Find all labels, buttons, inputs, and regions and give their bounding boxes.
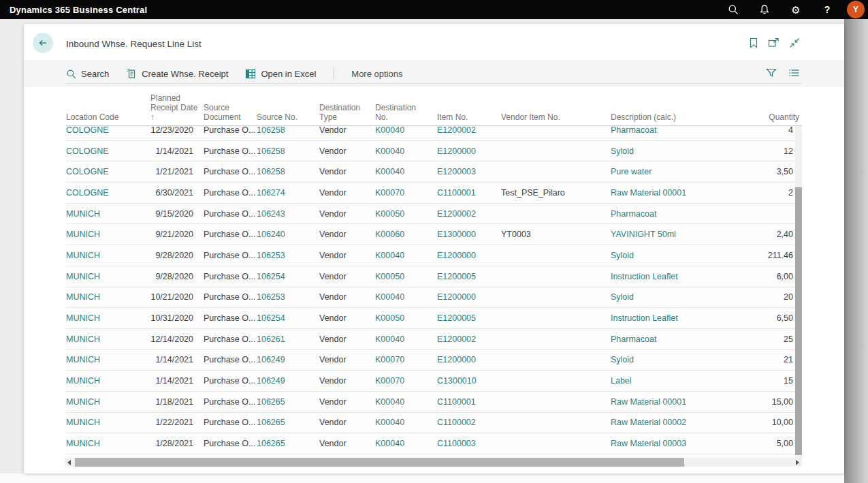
- table-row[interactable]: MUNICH1/14/2021Purchase O...106249Vendor…: [66, 350, 802, 371]
- column-header-planned-receipt-date[interactable]: Planned Receipt Date ↑: [150, 93, 204, 125]
- cell-item-no[interactable]: C1100001: [437, 397, 501, 407]
- cell-source-no[interactable]: 106261: [257, 334, 319, 344]
- cell-destination-no[interactable]: K00060: [375, 230, 437, 239]
- column-header-vendor-item-no[interactable]: Vendor Item No.: [501, 112, 611, 125]
- column-header-item-no[interactable]: Item No.: [437, 112, 501, 125]
- cell-source-no[interactable]: 106265: [257, 397, 319, 407]
- h-scroll-left-arrow[interactable]: [65, 458, 74, 467]
- cell-location-code[interactable]: MUNICH: [66, 418, 150, 427]
- cell-description[interactable]: Pharmacoat: [611, 334, 741, 344]
- cell-destination-no[interactable]: K00040: [375, 397, 437, 407]
- cell-location-code[interactable]: MUNICH: [66, 292, 150, 302]
- cell-location-code[interactable]: MUNICH: [66, 251, 150, 260]
- cell-location-code[interactable]: MUNICH: [66, 439, 150, 448]
- table-row[interactable]: MUNICH9/21/2020Purchase O...106240Vendor…: [66, 224, 802, 245]
- cell-source-no[interactable]: 106258: [257, 167, 319, 176]
- cell-item-no[interactable]: C1100002: [437, 418, 501, 427]
- table-row[interactable]: MUNICH9/28/2020Purchase O...106254Vendor…: [66, 266, 802, 287]
- cell-source-no[interactable]: 106258: [257, 146, 319, 156]
- cell-item-no[interactable]: E1200000: [437, 146, 501, 156]
- table-row[interactable]: MUNICH10/31/2020Purchase O...106254Vendo…: [66, 308, 802, 329]
- cell-description[interactable]: Raw Material 00001: [611, 188, 741, 198]
- cell-description[interactable]: Instruction Leaflet: [611, 313, 741, 323]
- cell-destination-no[interactable]: K00050: [375, 209, 437, 219]
- more-options-action[interactable]: More options: [351, 69, 402, 79]
- column-header-source-document[interactable]: Source Document: [204, 103, 257, 125]
- notifications-icon[interactable]: [749, 0, 780, 19]
- cell-destination-no[interactable]: K00040: [375, 251, 437, 260]
- cell-location-code[interactable]: MUNICH: [66, 334, 150, 344]
- column-header-quantity[interactable]: Quantity: [741, 112, 801, 125]
- cell-destination-no[interactable]: K00050: [375, 313, 437, 323]
- cell-description[interactable]: Raw Material 00001: [611, 397, 741, 407]
- create-whse-receipt-action[interactable]: Create Whse. Receipt: [126, 68, 228, 79]
- cell-item-no[interactable]: E1200003: [437, 167, 501, 176]
- choose-columns-icon[interactable]: [788, 67, 800, 79]
- cell-item-no[interactable]: E1200002: [437, 334, 501, 344]
- column-header-destination-no[interactable]: Destination No.: [375, 103, 437, 125]
- cell-description[interactable]: Raw Material 00002: [611, 418, 741, 427]
- table-row[interactable]: MUNICH1/18/2021Purchase O...106265Vendor…: [66, 392, 802, 413]
- cell-description[interactable]: Syloid: [611, 292, 741, 302]
- cell-location-code[interactable]: MUNICH: [66, 376, 150, 386]
- cell-description[interactable]: Syloid: [611, 355, 741, 364]
- open-in-excel-action[interactable]: Open in Excel: [245, 69, 316, 79]
- cell-location-code[interactable]: MUNICH: [66, 272, 150, 281]
- cell-item-no[interactable]: E1200002: [437, 126, 501, 135]
- cell-source-no[interactable]: 106253: [257, 251, 319, 260]
- cell-item-no[interactable]: E1200005: [437, 313, 501, 323]
- table-row[interactable]: COLOGNE12/23/2020Purchase O...106258Vend…: [66, 126, 802, 141]
- cell-item-no[interactable]: C1100001: [437, 188, 501, 198]
- table-row[interactable]: MUNICH12/14/2020Purchase O...106261Vendo…: [66, 329, 802, 350]
- column-header-description[interactable]: Description (calc.): [611, 112, 741, 125]
- cell-location-code[interactable]: COLOGNE: [66, 167, 150, 176]
- table-row[interactable]: COLOGNE6/30/2021Purchase O...106274Vendo…: [66, 183, 802, 204]
- table-row[interactable]: MUNICH1/22/2021Purchase O...106265Vendor…: [66, 413, 802, 434]
- search-action[interactable]: Search: [66, 69, 109, 79]
- cell-destination-no[interactable]: K00040: [375, 292, 437, 302]
- cell-source-no[interactable]: 106265: [257, 439, 319, 448]
- cell-destination-no[interactable]: K00040: [375, 146, 437, 156]
- cell-source-no[interactable]: 106253: [257, 292, 319, 302]
- column-header-location-code[interactable]: Location Code: [66, 112, 150, 125]
- cell-destination-no[interactable]: K00070: [375, 188, 437, 198]
- cell-destination-no[interactable]: K00040: [375, 418, 437, 427]
- collapse-icon[interactable]: [788, 37, 800, 48]
- table-row[interactable]: MUNICH9/28/2020Purchase O...106253Vendor…: [66, 245, 802, 266]
- table-row[interactable]: MUNICH10/21/2020Purchase O...106253Vendo…: [66, 287, 802, 309]
- cell-description[interactable]: Raw Material 00003: [611, 439, 741, 448]
- filter-icon[interactable]: [765, 67, 777, 79]
- cell-source-no[interactable]: 106249: [257, 376, 319, 386]
- cell-destination-no[interactable]: K00070: [375, 355, 437, 364]
- cell-source-no[interactable]: 106258: [257, 126, 319, 135]
- cell-description[interactable]: Syloid: [611, 251, 741, 260]
- table-row[interactable]: COLOGNE1/14/2021Purchase O...106258Vendo…: [66, 141, 802, 162]
- cell-description[interactable]: Pure water: [611, 167, 741, 176]
- table-row[interactable]: MUNICH1/14/2021Purchase O...106249Vendor…: [66, 371, 802, 392]
- cell-destination-no[interactable]: K00040: [375, 334, 437, 344]
- table-row[interactable]: MUNICH1/28/2021Purchase O...106265Vendor…: [66, 433, 802, 454]
- back-button[interactable]: [33, 33, 53, 53]
- cell-source-no[interactable]: 106265: [257, 418, 319, 427]
- cell-location-code[interactable]: MUNICH: [66, 397, 150, 407]
- horizontal-scrollbar[interactable]: [65, 458, 802, 467]
- h-scroll-right-arrow[interactable]: [793, 458, 802, 467]
- cell-destination-no[interactable]: K00070: [375, 376, 437, 386]
- cell-description[interactable]: Instruction Leaflet: [611, 272, 741, 281]
- cell-location-code[interactable]: MUNICH: [66, 313, 150, 323]
- cell-location-code[interactable]: MUNICH: [66, 209, 150, 219]
- cell-location-code[interactable]: COLOGNE: [66, 188, 150, 198]
- table-row[interactable]: COLOGNE1/21/2021Purchase O...106258Vendo…: [66, 161, 802, 183]
- bookmark-icon[interactable]: [748, 37, 759, 48]
- cell-description[interactable]: Pharmacoat: [611, 209, 741, 219]
- cell-source-no[interactable]: 106243: [257, 209, 319, 219]
- table-row[interactable]: MUNICH9/15/2020Purchase O...106243Vendor…: [66, 204, 802, 225]
- open-in-new-icon[interactable]: [768, 37, 779, 48]
- column-header-source-no[interactable]: Source No.: [257, 112, 319, 125]
- cell-destination-no[interactable]: K00040: [375, 126, 437, 135]
- cell-source-no[interactable]: 106240: [257, 230, 319, 239]
- search-icon[interactable]: [718, 0, 749, 19]
- cell-description[interactable]: Pharmacoat: [611, 126, 741, 135]
- cell-destination-no[interactable]: K00040: [375, 167, 437, 176]
- cell-destination-no[interactable]: K00040: [375, 439, 437, 448]
